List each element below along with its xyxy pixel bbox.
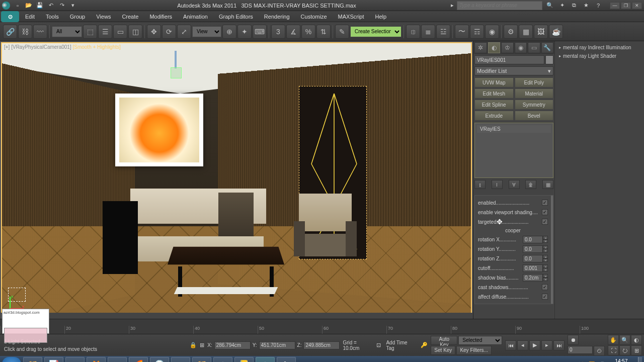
pan-icon[interactable]: ✋ [608,335,619,345]
next-frame-icon[interactable]: ▸ [541,340,552,350]
task-ie[interactable]: e [65,357,85,362]
qat-save-icon[interactable]: 💾 [35,1,44,10]
app-menu-button[interactable]: ⊙ [1,11,19,22]
stack-show-icon[interactable]: Ⅰ [492,180,503,189]
mod-uvwmap[interactable]: UVW Map [474,77,514,87]
qat-redo-icon[interactable]: ↷ [57,1,66,10]
viewport-area[interactable]: [+] [VRayPhysicalCamera001] [Smooth + Hi… [0,41,473,319]
minimize-button[interactable]: — [610,2,620,9]
autokey-button[interactable]: Auto Key [431,336,457,345]
subscription-icon[interactable]: ✦ [557,1,567,10]
rollout-scrollbar[interactable] [551,196,553,304]
menu-create[interactable]: Create [117,12,143,21]
close-button[interactable]: ✕ [632,2,642,9]
fov-icon[interactable]: ◐ [631,335,642,345]
menu-tools[interactable]: Tools [41,12,64,21]
ref-coord-dropdown[interactable]: View [192,26,221,37]
stack-config-icon[interactable]: ▦ [542,180,553,189]
spinner-up-icon[interactable]: ▴ [543,236,548,239]
task-chrome[interactable]: ◉ [213,357,232,362]
tab-hierarchy[interactable]: ♔ [501,42,514,53]
render-setup-icon[interactable]: ⚙ [504,25,518,39]
goto-end-icon[interactable]: ⏭ [553,340,565,350]
stack-remove-icon[interactable]: 🗑 [525,180,536,189]
menu-help[interactable]: Help [370,12,392,21]
spinner-down-icon[interactable]: ▾ [543,239,548,243]
menu-animation[interactable]: Animation [178,12,213,21]
coord-z-input[interactable] [303,341,340,349]
light-helper[interactable] [171,51,181,78]
task-wmp[interactable]: ▶ [108,357,127,362]
object-color-swatch[interactable] [545,55,553,64]
viewport-label[interactable]: [+] [VRayPhysicalCamera001] [Smooth + Hi… [4,44,121,50]
pivot-icon[interactable]: ⊕ [222,25,236,39]
snap-3d-icon[interactable]: 3 [271,25,285,39]
tab-modify[interactable]: ◐ [488,42,501,53]
scale-icon[interactable]: ⤢ [177,25,191,39]
object-name-input[interactable] [474,55,544,64]
select-window-icon[interactable]: ◫ [128,25,142,39]
task-notepad[interactable]: 📝 [44,357,63,362]
select-icon[interactable]: ⬚ [83,25,97,39]
qat-more-icon[interactable]: ▾ [68,1,77,10]
zoom-extents-icon[interactable]: ⛶ [608,345,619,355]
layers-icon[interactable]: ☳ [436,25,450,39]
help-icon[interactable]: ? [594,1,603,10]
edit-selset-icon[interactable]: ✎ [335,25,349,39]
key-mode-icon[interactable]: 🔑 [421,342,428,348]
util-mentalray-indirect[interactable]: mental ray Indirect Illumination [557,43,642,52]
lock-icon[interactable]: 🔒 [190,342,197,348]
tab-utilities[interactable]: 🔧 [541,42,554,53]
keymode-dropdown[interactable]: Selected [458,336,502,345]
tray-clock[interactable]: 14:5715/03/2011 [609,358,634,362]
mod-editspline[interactable]: Edit Spline [474,100,514,110]
menu-views[interactable]: Views [91,12,116,21]
start-button[interactable]: ⊞ [2,357,21,362]
exchange-icon[interactable]: ⧉ [570,1,579,10]
menu-customize[interactable]: Customize [296,12,332,21]
show-desktop[interactable] [638,357,642,362]
param-iesfile-button[interactable]: cooper [478,227,548,234]
task-app[interactable]: 🗂 [277,357,296,362]
mod-material[interactable]: Material [515,88,554,99]
material-editor-icon[interactable]: ◉ [485,25,499,39]
mod-extrude[interactable]: Extrude [474,111,514,121]
bind-icon[interactable]: 〰 [33,25,47,39]
tab-display[interactable]: ▭ [528,42,540,53]
maximize-vp-icon[interactable]: ⊞ [631,345,642,355]
mod-symmetry[interactable]: Symmetry [515,100,554,110]
move-icon[interactable]: ✥ [147,25,161,39]
snap-percent-icon[interactable]: % [301,25,315,39]
tab-motion[interactable]: ◉ [515,42,527,53]
mod-editmesh[interactable]: Edit Mesh [474,88,514,99]
goto-start-icon[interactable]: ⏮ [505,340,516,350]
param-enabled-checkbox[interactable]: ✓ [542,200,548,206]
setkey-button[interactable]: Set Key [431,346,455,355]
named-selset-dropdown[interactable]: Create Selection Set [350,26,401,37]
selection-filter-dropdown[interactable]: All [52,26,82,37]
coord-x-input[interactable] [214,341,251,349]
stack-item-vrayies[interactable]: VRayIES [477,125,551,133]
render-icon[interactable]: 🖼 [534,25,548,39]
select-rect-icon[interactable]: ▭ [113,25,127,39]
param-viewport-checkbox[interactable]: ✓ [542,209,548,215]
app-icon[interactable]: ◉ [2,2,10,10]
param-rotz-input[interactable] [523,255,543,262]
param-targeted-checkbox[interactable]: ✓ [542,219,548,225]
param-affectdiffuse-checkbox[interactable]: ✓ [542,294,548,300]
param-castshadows-checkbox[interactable]: ✓ [542,284,548,290]
snap-angle-icon[interactable]: ∡ [286,25,300,39]
mod-bevel[interactable]: Bevel [515,111,554,121]
favorites-icon[interactable]: ★ [582,1,591,10]
infocenter-arrow-icon[interactable]: ▸ [451,2,454,9]
timetag-icon[interactable]: ⊡ [376,342,381,348]
align-icon[interactable]: ≣ [421,25,435,39]
menu-group[interactable]: Group [65,12,91,21]
orbit-icon[interactable]: ⭮ [619,345,630,355]
menu-edit[interactable]: Edit [20,12,40,21]
modifier-stack[interactable]: VRayIES [474,123,553,178]
util-mentalray-lightshader[interactable]: mental ray Light Shader [557,52,642,60]
task-folder2[interactable]: 📁 [192,357,211,362]
add-time-tag[interactable]: Add Time Tag [384,339,418,351]
coord-mode-icon[interactable]: ⊞ [200,342,204,348]
